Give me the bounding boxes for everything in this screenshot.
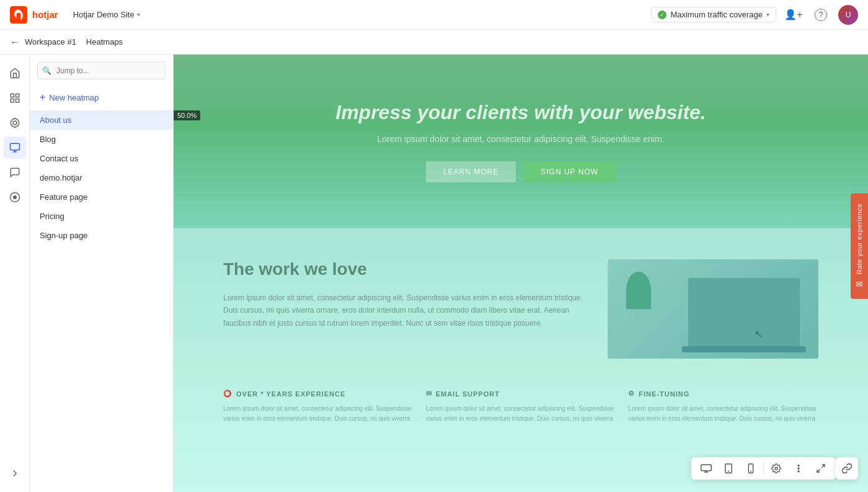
navbar-right: Maximum traffic coverage ▾ 👤+ ? U: [651, 5, 858, 25]
feature-icon-1: ⭕: [223, 390, 232, 398]
feature-title-1: ⭕ OVER * YEARS EXPERIENCE: [223, 390, 414, 398]
work-body: Lorem ipsum dolor sit amet, consectetur …: [223, 292, 583, 329]
svg-rect-14: [701, 465, 712, 471]
cursor-icon: ↖: [755, 328, 763, 340]
logo-text: hotjar: [32, 9, 58, 20]
svg-rect-0: [10, 6, 27, 24]
tablet-view-button[interactable]: [719, 460, 738, 477]
sidebar-collapse-button[interactable]: [4, 462, 26, 485]
rate-experience-panel[interactable]: Rate your experience ✉: [851, 193, 868, 299]
sidebar-item-dashboard[interactable]: [4, 87, 26, 109]
sidebar-item-feature-page[interactable]: Feature page: [30, 187, 173, 207]
more-options-button[interactable]: [789, 460, 808, 477]
bottom-toolbar: [691, 457, 836, 480]
breadcrumb-workspace: Workspace #1: [25, 37, 76, 47]
site-name: Hotjar Demo Site: [73, 10, 135, 19]
svg-line-26: [817, 469, 820, 472]
svg-rect-2: [16, 94, 19, 97]
search-icon: 🔍: [42, 66, 51, 75]
sidebar-item-about-us[interactable]: About us: [30, 110, 173, 130]
rate-experience-label: Rate your experience: [856, 203, 863, 274]
toolbar-divider: [763, 462, 764, 475]
plus-icon: +: [40, 92, 45, 103]
traffic-status-dot: [658, 11, 666, 19]
new-heatmap-button[interactable]: + New heatmap: [30, 87, 173, 108]
heatmap-preview: 50.0% Impress your clients with your web…: [174, 55, 868, 492]
sidebar: 🔍 + New heatmap About us Blog Contact us…: [30, 55, 174, 492]
laptop-base-illustration: [682, 346, 806, 352]
mobile-view-button[interactable]: [741, 460, 761, 477]
feature-text-2: Lorem ipsum dolor sit amet, consectetur …: [426, 404, 616, 424]
add-user-icon: 👤+: [784, 9, 802, 20]
traffic-coverage-label: Maximum traffic coverage: [670, 10, 763, 19]
sidebar-item-pricing[interactable]: Pricing: [30, 207, 173, 226]
feature-email: ✉ EMAIL SUPPORT Lorem ipsum dolor sit am…: [426, 390, 616, 424]
feature-experience: ⭕ OVER * YEARS EXPERIENCE Lorem ipsum do…: [223, 390, 414, 424]
icon-bar: [0, 55, 30, 492]
svg-point-5: [11, 119, 19, 127]
hero-title: Impress your clients with your website.: [335, 101, 706, 124]
traffic-chevron-icon: ▾: [766, 11, 769, 18]
sidebar-search-container: 🔍: [37, 62, 166, 79]
learn-more-button[interactable]: LEARN MORE: [426, 161, 516, 182]
svg-rect-1: [11, 94, 14, 97]
feature-icon-2: ✉: [426, 390, 432, 398]
feature-title-2: ✉ EMAIL SUPPORT: [426, 390, 616, 398]
sidebar-item-label: Contact us: [40, 154, 78, 163]
sidebar-item-label: demo.hotjar: [40, 173, 82, 182]
sidebar-item-recordings[interactable]: [4, 186, 26, 208]
back-arrow-icon: ←: [10, 37, 20, 48]
traffic-coverage-badge[interactable]: Maximum traffic coverage ▾: [651, 7, 776, 22]
work-image: ↖: [608, 259, 818, 359]
svg-point-21: [775, 467, 777, 470]
work-section: The work we love Lorem ipsum dolor sit a…: [223, 259, 818, 359]
svg-rect-4: [16, 99, 19, 102]
sidebar-item-signup-page[interactable]: Sign-up page: [30, 226, 173, 245]
sidebar-item-target[interactable]: [4, 112, 26, 134]
add-user-button[interactable]: 👤+: [784, 5, 804, 25]
work-text: The work we love Lorem ipsum dolor sit a…: [223, 259, 583, 359]
svg-point-13: [13, 196, 16, 199]
sidebar-item-contact-us[interactable]: Contact us: [30, 149, 173, 168]
percentage-label: 50.0%: [174, 110, 200, 120]
desktop-view-button[interactable]: [696, 460, 716, 477]
feature-icon-3: ⚙: [628, 390, 635, 398]
link-button[interactable]: [836, 457, 858, 480]
feature-text-3: Lorem ipsum dolor sit amet, consectetur …: [628, 404, 818, 424]
help-icon: ?: [815, 9, 827, 21]
feature-title-3: ⚙ FINE-TUNING: [628, 390, 818, 398]
site-selector[interactable]: Hotjar Demo Site ▾: [68, 7, 145, 22]
svg-rect-3: [11, 99, 14, 102]
hotjar-logo-icon: [10, 6, 27, 24]
sidebar-item-feedback[interactable]: [4, 161, 26, 184]
expand-button[interactable]: [811, 460, 831, 477]
svg-point-24: [798, 471, 799, 472]
breadcrumb-back-button[interactable]: ←: [10, 37, 20, 48]
breadcrumb-bar: ← Workspace #1 Heatmaps: [0, 30, 868, 55]
help-button[interactable]: ?: [811, 5, 831, 25]
svg-point-22: [798, 465, 799, 466]
sidebar-item-home[interactable]: [4, 62, 26, 84]
svg-rect-9: [10, 143, 19, 150]
site-chevron: ▾: [137, 11, 140, 18]
sidebar-item-demo-hotjar[interactable]: demo.hotjar: [30, 168, 173, 187]
main-layout: 🔍 + New heatmap About us Blog Contact us…: [0, 55, 868, 492]
hero-buttons: LEARN MORE SIGN UP NOW: [426, 161, 616, 182]
settings-button[interactable]: [766, 460, 786, 477]
sidebar-item-label: Feature page: [40, 192, 87, 202]
rate-email-icon: ✉: [856, 279, 863, 289]
user-avatar[interactable]: U: [838, 5, 858, 25]
sidebar-item-label: Pricing: [40, 212, 64, 221]
new-heatmap-label: New heatmap: [49, 93, 99, 102]
breadcrumb: Workspace #1 Heatmaps: [25, 37, 123, 47]
logo[interactable]: hotjar: [10, 6, 58, 24]
avatar-initials: U: [846, 11, 851, 19]
sign-up-button[interactable]: SIGN UP NOW: [523, 161, 616, 182]
search-input[interactable]: [37, 62, 166, 79]
sidebar-item-label: About us: [40, 115, 71, 125]
features-row: ⭕ OVER * YEARS EXPERIENCE Lorem ipsum do…: [223, 390, 818, 424]
sidebar-item-blog[interactable]: Blog: [30, 130, 173, 149]
sidebar-item-heatmaps[interactable]: [4, 136, 26, 159]
work-heading: The work we love: [223, 259, 583, 279]
svg-line-25: [822, 465, 825, 468]
